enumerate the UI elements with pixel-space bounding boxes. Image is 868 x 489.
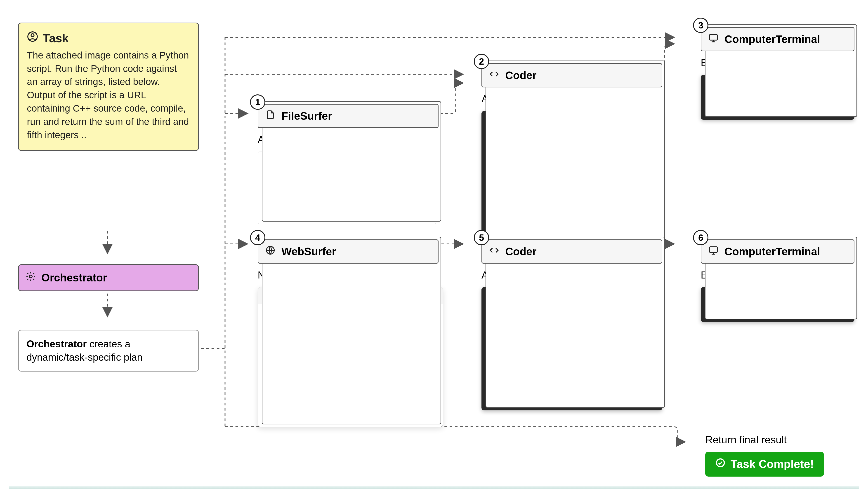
step-6: 6 ComputerTerminal Execute code 5 8 12 2… bbox=[701, 239, 855, 322]
task-box: Task The attached image contains a Pytho… bbox=[18, 23, 199, 151]
step-number-badge: 4 bbox=[250, 230, 266, 245]
step-number-badge: 1 bbox=[250, 94, 266, 110]
svg-point-2 bbox=[29, 275, 32, 278]
step-label: Coder bbox=[505, 245, 537, 258]
step-number-badge: 3 bbox=[693, 18, 708, 33]
step-number-badge: 5 bbox=[474, 230, 489, 245]
step-5: 5 Coder Analyze C++ code #include <iostr… bbox=[482, 239, 662, 411]
plan-bold: Orchestrator bbox=[26, 338, 87, 350]
step-number-badge: 6 bbox=[693, 230, 708, 245]
bottom-gradient-bar bbox=[9, 486, 859, 489]
code-icon bbox=[489, 245, 499, 258]
user-icon bbox=[27, 30, 38, 46]
code-icon bbox=[489, 69, 499, 82]
step-2: 2 Coder Analyze Python code from image a… bbox=[482, 63, 662, 241]
plan-box: Orchestrator creates a dynamic/task-spec… bbox=[18, 330, 199, 371]
step-label: Coder bbox=[505, 69, 537, 82]
task-title: Task bbox=[43, 30, 69, 46]
svg-rect-6 bbox=[710, 247, 717, 253]
orchestrator-box: Orchestrator bbox=[18, 264, 199, 291]
svg-rect-3 bbox=[710, 35, 717, 40]
step-label: WebSurfer bbox=[281, 245, 336, 258]
step-3: 3 ComputerTerminal Execute code https://… bbox=[701, 27, 855, 120]
terminal-icon bbox=[708, 33, 719, 45]
step-4: 4 WebSurfer Navigate to url, extract C++… bbox=[258, 239, 438, 427]
orchestrator-label: Orchestrator bbox=[41, 271, 107, 284]
final-label: Return final result bbox=[705, 434, 787, 446]
step-label: FileSurfer bbox=[281, 110, 332, 122]
step-label: ComputerTerminal bbox=[724, 245, 820, 258]
gear-icon bbox=[26, 271, 36, 284]
file-icon bbox=[265, 109, 276, 123]
step-1: 1 FileSurfer Access Image, extract code … bbox=[258, 104, 438, 224]
task-body: The attached image contains a Python scr… bbox=[27, 49, 189, 142]
diagram-canvas: Task The attached image contains a Pytho… bbox=[9, 9, 859, 480]
terminal-icon bbox=[708, 245, 719, 258]
svg-point-1 bbox=[31, 34, 34, 37]
step-number-badge: 2 bbox=[474, 54, 489, 69]
step-label: ComputerTerminal bbox=[724, 33, 820, 45]
check-circle-icon bbox=[715, 458, 725, 471]
globe-icon bbox=[265, 245, 276, 258]
task-complete-button[interactable]: Task Complete! bbox=[705, 452, 824, 477]
